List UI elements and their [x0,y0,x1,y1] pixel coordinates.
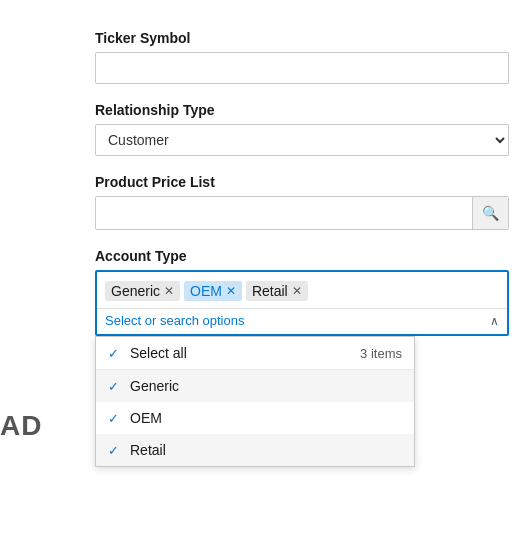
select-all-label: Select all [130,345,352,361]
relationship-type-select[interactable]: Customer Partner Vendor Competitor [95,124,509,156]
product-price-list-input[interactable] [96,197,472,229]
tag-retail-label: Retail [252,283,288,299]
dropdown-wrapper: ✓ Select all 3 items ✓ Generic ✓ OEM ✓ [95,336,509,467]
tag-generic-label: Generic [111,283,160,299]
tag-oem-label: OEM [190,283,222,299]
dropdown-item-select-all[interactable]: ✓ Select all 3 items [96,337,414,370]
account-type-container[interactable]: Generic ✕ OEM ✕ Retail ✕ Select or searc… [95,270,509,336]
selected-tags-row: Generic ✕ OEM ✕ Retail ✕ [97,272,507,308]
ad-label: AD [0,410,42,442]
tag-retail: Retail ✕ [246,281,308,301]
dropdown-item-retail[interactable]: ✓ Retail [96,434,414,466]
search-placeholder-row[interactable]: Select or search options ∧ [97,308,507,334]
ticker-symbol-group: Ticker Symbol [95,30,509,84]
search-icon: 🔍 [482,205,499,221]
tag-retail-remove[interactable]: ✕ [292,285,302,297]
dropdown-list: ✓ Select all 3 items ✓ Generic ✓ OEM ✓ [95,336,415,467]
ticker-symbol-input[interactable] [95,52,509,84]
product-price-list-group: Product Price List 🔍 [95,174,509,230]
tag-generic: Generic ✕ [105,281,180,301]
checkmark-select-all: ✓ [108,346,122,361]
dropdown-item-generic[interactable]: ✓ Generic [96,370,414,402]
tag-generic-remove[interactable]: ✕ [164,285,174,297]
page-container: AD Ticker Symbol Relationship Type Custo… [0,20,529,495]
retail-label: Retail [130,442,402,458]
chevron-up-icon: ∧ [490,314,499,328]
product-price-list-wrapper: 🔍 [95,196,509,230]
select-all-count: 3 items [360,346,402,361]
product-price-list-search-button[interactable]: 🔍 [472,197,508,229]
checkmark-oem: ✓ [108,411,122,426]
generic-label: Generic [130,378,402,394]
search-placeholder-text: Select or search options [105,313,244,328]
account-type-group: Account Type Generic ✕ OEM ✕ Retail ✕ [95,248,509,467]
account-type-label: Account Type [95,248,509,264]
relationship-type-label: Relationship Type [95,102,509,118]
product-price-list-label: Product Price List [95,174,509,190]
tag-oem-remove[interactable]: ✕ [226,285,236,297]
oem-label: OEM [130,410,402,426]
relationship-type-group: Relationship Type Customer Partner Vendo… [95,102,509,156]
tag-oem: OEM ✕ [184,281,242,301]
ticker-symbol-label: Ticker Symbol [95,30,509,46]
checkmark-retail: ✓ [108,443,122,458]
form-section: Ticker Symbol Relationship Type Customer… [95,30,509,467]
checkmark-generic: ✓ [108,379,122,394]
dropdown-item-oem[interactable]: ✓ OEM [96,402,414,434]
